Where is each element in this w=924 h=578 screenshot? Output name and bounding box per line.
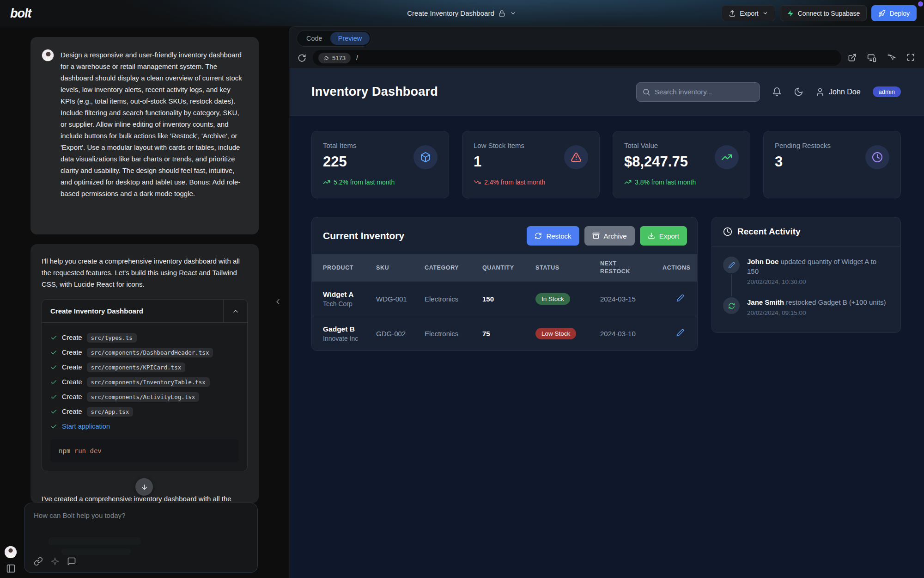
role-badge: admin xyxy=(873,86,901,97)
fullscreen-icon[interactable] xyxy=(906,53,915,62)
download-icon xyxy=(648,232,655,240)
file-path[interactable]: src/App.tsx xyxy=(87,407,134,417)
file-path[interactable]: src/components/InventoryTable.tsx xyxy=(87,377,210,387)
bell-icon[interactable] xyxy=(772,87,782,97)
quantity-cell[interactable]: 150 xyxy=(482,295,535,303)
activity-user: John Doe xyxy=(747,258,778,265)
chevron-down-icon[interactable] xyxy=(510,10,517,17)
file-action-row: Create src/components/KPICard.tsx xyxy=(50,360,239,375)
chat-input-toolbar xyxy=(34,557,76,566)
chat-bubble-icon[interactable] xyxy=(67,557,76,566)
reload-icon[interactable] xyxy=(298,54,306,62)
file-path[interactable]: src/components/DashboardHeader.tsx xyxy=(87,348,213,357)
kpi-trend-text: 5.2% from last month xyxy=(334,178,395,186)
open-external-icon[interactable] xyxy=(848,53,857,62)
url-input[interactable]: 5173 / xyxy=(313,50,841,66)
search-input[interactable] xyxy=(655,88,754,96)
current-user[interactable]: John Doe xyxy=(815,87,861,97)
archive-icon xyxy=(592,232,600,240)
artifact-actions: Create src/types.ts Create src/component… xyxy=(42,323,247,471)
deploy-button[interactable]: Deploy xyxy=(871,5,917,21)
port-badge[interactable]: 5173 xyxy=(318,53,351,63)
column-header: SKU xyxy=(376,264,425,272)
user-prompt-text: Design a responsive and user-friendly in… xyxy=(61,49,247,222)
edit-icon xyxy=(723,257,740,273)
next-restock-cell: 2024-03-10 xyxy=(600,330,663,338)
action-verb: Create xyxy=(62,334,82,341)
file-action-row: Create src/components/DashboardHeader.ts… xyxy=(50,345,239,360)
kpi-total-items: Total Items 225 5.2% from last month xyxy=(311,131,449,198)
kpi-label: Pending Restocks xyxy=(775,141,831,149)
user-message: Design a responsive and user-friendly in… xyxy=(30,37,259,234)
action-verb: Create xyxy=(62,349,82,356)
upload-icon xyxy=(729,10,736,17)
kpi-label: Total Value xyxy=(624,141,696,149)
inspector-pointer-icon[interactable] xyxy=(887,53,896,62)
category-cell: Electronics xyxy=(425,295,482,303)
export-csv-label: Export xyxy=(659,232,679,240)
archive-button[interactable]: Archive xyxy=(584,226,635,246)
activity-item: John Doe updated quantity of Widget A to… xyxy=(723,257,889,285)
archive-label: Archive xyxy=(604,232,627,240)
quantity-cell[interactable]: 75 xyxy=(482,330,535,338)
dark-mode-toggle-icon[interactable] xyxy=(794,87,803,97)
blurred-suggestion xyxy=(61,548,131,555)
preview-controls xyxy=(848,53,915,62)
kpi-total-value: Total Value $8,247.75 3.8% from last mon… xyxy=(613,131,750,198)
command-args: run dev xyxy=(74,447,102,455)
file-path[interactable]: src/components/ActivityLog.tsx xyxy=(87,392,200,402)
column-header: PRODUCT xyxy=(323,264,376,272)
trending-down-icon xyxy=(474,178,481,186)
trending-up-icon xyxy=(715,145,739,169)
activity-title: Recent Activity xyxy=(737,227,801,237)
notification-dot xyxy=(918,1,923,6)
file-action-row: Create src/components/ActivityLog.tsx xyxy=(50,389,239,404)
file-path[interactable]: src/types.ts xyxy=(87,333,137,343)
chat-panel: Design a responsive and user-friendly in… xyxy=(0,26,289,578)
toggle-sidebar-icon[interactable] xyxy=(6,564,16,573)
user-avatar xyxy=(42,49,54,61)
edit-row-button[interactable] xyxy=(663,294,688,303)
tab-preview[interactable]: Preview xyxy=(330,32,370,45)
link-icon[interactable] xyxy=(34,557,43,566)
export-label: Export xyxy=(740,10,758,17)
activity-user: Jane Smith xyxy=(747,298,784,306)
bolt-logo: bolt xyxy=(10,6,31,21)
kpi-value: $8,247.75 xyxy=(624,154,696,170)
top-bar: bolt Create Inventory Dashboard Export C… xyxy=(0,0,924,26)
check-icon xyxy=(50,349,57,356)
status-badge: In Stock xyxy=(535,293,570,305)
export-csv-button[interactable]: Export xyxy=(640,226,687,246)
collapse-chat-chevron[interactable] xyxy=(274,297,282,306)
file-path[interactable]: src/components/KPICard.tsx xyxy=(87,363,186,372)
supabase-bolt-icon xyxy=(787,10,794,17)
clock-icon xyxy=(723,227,732,236)
export-button[interactable]: Export xyxy=(722,5,775,21)
url-path: / xyxy=(356,54,358,61)
responsive-devices-icon[interactable] xyxy=(867,53,876,62)
profile-avatar[interactable] xyxy=(5,546,17,558)
kpi-value: 3 xyxy=(775,154,831,170)
start-application-link[interactable]: Start application xyxy=(62,423,110,430)
sparkles-icon[interactable] xyxy=(50,557,60,566)
column-header: ACTIONS xyxy=(663,264,694,272)
scroll-to-bottom-button[interactable] xyxy=(135,478,153,496)
chat-input[interactable] xyxy=(34,511,248,537)
check-icon xyxy=(50,379,57,386)
connect-supabase-button[interactable]: Connect to Supabase xyxy=(780,5,867,21)
port-number: 5173 xyxy=(332,55,346,61)
activity-action: restocked Gadget B (+100 units) xyxy=(786,298,886,306)
kpi-value: 225 xyxy=(323,154,395,170)
artifact-header: Create Inventory Dashboard xyxy=(42,300,247,323)
tab-code[interactable]: Code xyxy=(298,32,330,45)
inventory-title: Current Inventory xyxy=(323,230,404,241)
collapse-artifact-button[interactable] xyxy=(223,300,247,323)
table-row: Widget ATech Corp WDG-001 Electronics 15… xyxy=(312,281,697,316)
assistant-outro-text: I've created a comprehensive inventory d… xyxy=(42,495,249,503)
restock-button[interactable]: Restock xyxy=(527,226,579,246)
project-title-menu[interactable]: Create Inventory Dashboard xyxy=(407,0,517,26)
recent-activity-panel: Recent Activity John Doe updated quantit… xyxy=(711,217,901,333)
edit-row-button[interactable] xyxy=(663,329,688,338)
alert-triangle-icon xyxy=(564,145,588,169)
category-cell: Electronics xyxy=(425,330,482,338)
